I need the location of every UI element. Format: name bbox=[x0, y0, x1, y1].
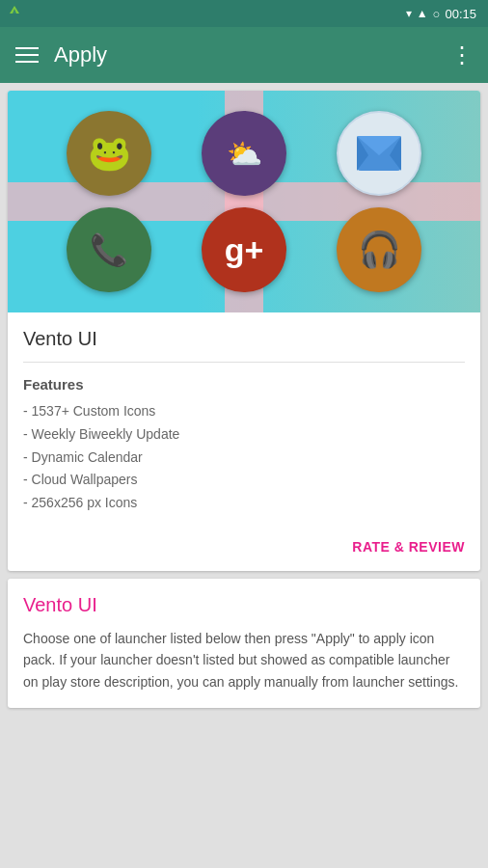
app-bar: Apply ⋮ bbox=[0, 27, 488, 83]
banner: 🐸 ⛅ 📞 bbox=[8, 91, 480, 312]
menu-button[interactable] bbox=[15, 47, 39, 63]
app-icon-headphones: 🎧 bbox=[337, 207, 421, 292]
app-icon-email bbox=[337, 111, 421, 196]
app-title: Apply bbox=[54, 42, 435, 68]
app-icon-grid: 🐸 ⛅ 📞 bbox=[8, 91, 480, 312]
card2-title: Vento UI bbox=[23, 594, 465, 616]
card-body: Vento UI Features - 1537+ Custom Icons -… bbox=[8, 312, 480, 530]
signal-icon: ▲ bbox=[417, 7, 428, 20]
app-icon-weather: ⛅ bbox=[202, 111, 286, 196]
divider bbox=[23, 362, 465, 363]
feature-calendar: - Dynamic Calendar bbox=[23, 447, 465, 470]
wifi-icon: ▾ bbox=[406, 7, 412, 20]
app-icon-gplus: g+ bbox=[202, 207, 286, 292]
icon-pack-card: 🐸 ⛅ 📞 bbox=[8, 91, 480, 571]
feature-update: - Weekly Biweekly Update bbox=[23, 423, 465, 447]
rate-review-section: RATE & REVIEW bbox=[8, 530, 480, 571]
status-icons: ▾ ▲ ○ 00:15 bbox=[406, 7, 476, 21]
status-bar: ▾ ▲ ○ 00:15 bbox=[0, 0, 488, 27]
main-content: 🐸 ⛅ 📞 bbox=[0, 83, 488, 868]
battery-icon: ○ bbox=[433, 7, 441, 21]
app-icon-phone: 📞 bbox=[67, 207, 151, 292]
app-icon-frog: 🐸 bbox=[67, 111, 151, 196]
more-options-button[interactable]: ⋮ bbox=[450, 41, 473, 68]
card2-description: Choose one of launcher listed below then… bbox=[23, 628, 465, 692]
pack-title: Vento UI bbox=[23, 328, 465, 350]
rate-review-button[interactable]: RATE & REVIEW bbox=[352, 539, 465, 555]
features-title: Features bbox=[23, 376, 465, 393]
feature-icons-count: - 1537+ Custom Icons bbox=[23, 400, 465, 423]
feature-icon-size: - 256x256 px Icons bbox=[23, 492, 465, 515]
clock: 00:15 bbox=[445, 7, 476, 21]
description-card: Vento UI Choose one of launcher listed b… bbox=[8, 579, 480, 708]
feature-wallpapers: - Cloud Wallpapers bbox=[23, 469, 465, 492]
